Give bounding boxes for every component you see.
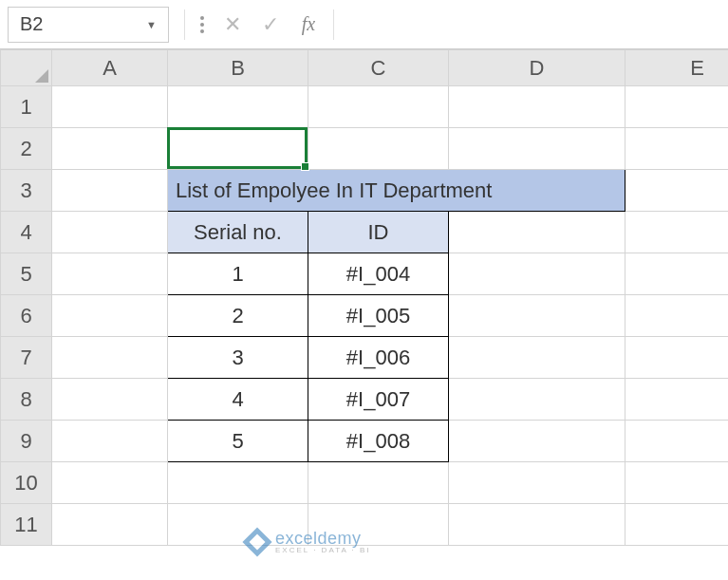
cell[interactable] bbox=[52, 86, 168, 128]
row-header[interactable]: 11 bbox=[1, 504, 52, 546]
col-header-E[interactable]: E bbox=[625, 50, 729, 86]
table-row[interactable]: 1 bbox=[168, 253, 308, 295]
cell[interactable] bbox=[52, 421, 168, 462]
cell[interactable] bbox=[625, 253, 729, 295]
row-header[interactable]: 1 bbox=[1, 86, 52, 128]
table-row[interactable]: 2 bbox=[168, 295, 308, 337]
watermark-tag: EXCEL · DATA · BI bbox=[275, 547, 371, 554]
col-header-B[interactable]: B bbox=[168, 50, 308, 86]
row-header[interactable]: 9 bbox=[1, 421, 52, 462]
cell[interactable] bbox=[625, 421, 729, 462]
fx-icon[interactable]: fx bbox=[289, 13, 327, 35]
cell[interactable] bbox=[625, 337, 729, 379]
col-header-C[interactable]: C bbox=[308, 50, 449, 86]
cell[interactable] bbox=[449, 212, 625, 253]
cell[interactable] bbox=[168, 462, 308, 504]
cell[interactable] bbox=[625, 379, 729, 421]
cell[interactable] bbox=[308, 462, 449, 504]
cell[interactable] bbox=[449, 86, 625, 128]
cell[interactable] bbox=[52, 128, 168, 170]
cell-B2[interactable] bbox=[168, 128, 308, 170]
cell[interactable] bbox=[52, 462, 168, 504]
table-row[interactable]: #I_007 bbox=[308, 379, 449, 421]
confirm-icon: ✓ bbox=[252, 12, 289, 37]
cancel-icon: ✕ bbox=[214, 12, 252, 37]
cell[interactable] bbox=[449, 337, 625, 379]
cell[interactable] bbox=[449, 504, 625, 546]
cell[interactable] bbox=[625, 212, 729, 253]
table-title[interactable]: List of Empolyee In IT Department bbox=[168, 170, 625, 212]
table-row[interactable]: 4 bbox=[168, 379, 308, 421]
row-header[interactable]: 6 bbox=[1, 295, 52, 337]
cell[interactable] bbox=[52, 253, 168, 295]
cell[interactable] bbox=[625, 86, 729, 128]
cell[interactable] bbox=[449, 253, 625, 295]
cell[interactable] bbox=[52, 212, 168, 253]
table-row[interactable]: #I_008 bbox=[308, 421, 449, 462]
table-header-serial[interactable]: Serial no. bbox=[168, 212, 308, 253]
watermark-brand: exceldemy bbox=[275, 530, 371, 547]
name-box[interactable]: B2 ▼ bbox=[8, 7, 169, 43]
table-row[interactable]: 5 bbox=[168, 421, 308, 462]
cell[interactable] bbox=[52, 170, 168, 212]
drag-dots-icon bbox=[200, 16, 204, 33]
chevron-down-icon[interactable]: ▼ bbox=[146, 19, 157, 30]
cell[interactable] bbox=[625, 504, 729, 546]
watermark: exceldemy EXCEL · DATA · BI bbox=[247, 530, 371, 554]
cell[interactable] bbox=[52, 379, 168, 421]
formula-input[interactable] bbox=[340, 9, 720, 40]
row-header[interactable]: 5 bbox=[1, 253, 52, 295]
cell[interactable] bbox=[308, 86, 449, 128]
cell[interactable] bbox=[449, 379, 625, 421]
spreadsheet-grid[interactable]: A B C D E 1 2 bbox=[0, 49, 728, 546]
table-row[interactable]: #I_004 bbox=[308, 253, 449, 295]
cell[interactable] bbox=[449, 462, 625, 504]
name-box-value: B2 bbox=[20, 13, 43, 35]
cell[interactable] bbox=[52, 337, 168, 379]
col-header-D[interactable]: D bbox=[449, 50, 625, 86]
col-header-A[interactable]: A bbox=[52, 50, 168, 86]
select-all-corner[interactable] bbox=[1, 50, 52, 86]
row-header[interactable]: 7 bbox=[1, 337, 52, 379]
cell[interactable] bbox=[625, 462, 729, 504]
cell[interactable] bbox=[52, 295, 168, 337]
row-header[interactable]: 8 bbox=[1, 379, 52, 421]
cell[interactable] bbox=[308, 128, 449, 170]
formula-bar: B2 ▼ ✕ ✓ fx bbox=[0, 0, 728, 49]
divider bbox=[333, 9, 334, 40]
cell[interactable] bbox=[168, 86, 308, 128]
row-header[interactable]: 4 bbox=[1, 212, 52, 253]
logo-icon bbox=[242, 527, 271, 556]
table-row[interactable]: 3 bbox=[168, 337, 308, 379]
row-header[interactable]: 3 bbox=[1, 170, 52, 212]
table-row[interactable]: #I_005 bbox=[308, 295, 449, 337]
table-header-id[interactable]: ID bbox=[308, 212, 449, 253]
table-row[interactable]: #I_006 bbox=[308, 337, 449, 379]
divider bbox=[184, 9, 185, 40]
cell[interactable] bbox=[52, 504, 168, 546]
cell[interactable] bbox=[625, 170, 729, 212]
row-header[interactable]: 10 bbox=[1, 462, 52, 504]
cell[interactable] bbox=[449, 295, 625, 337]
cell[interactable] bbox=[449, 421, 625, 462]
row-header[interactable]: 2 bbox=[1, 128, 52, 170]
cell[interactable] bbox=[625, 128, 729, 170]
cell[interactable] bbox=[625, 295, 729, 337]
cell[interactable] bbox=[449, 128, 625, 170]
